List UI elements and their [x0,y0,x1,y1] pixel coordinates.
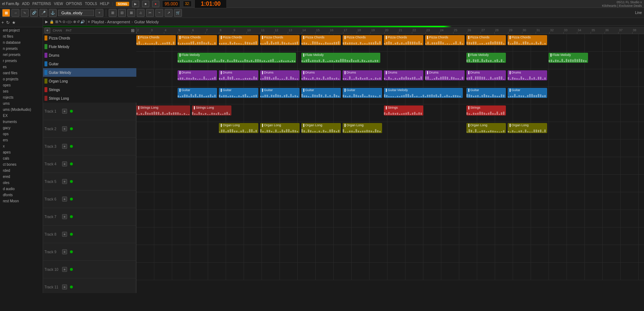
sidebar-item[interactable]: ers [0,137,43,143]
sidebar-item[interactable]: d audio [0,186,43,192]
clip-block[interactable]: ▐ Drums [466,70,506,80]
sidebar-item[interactable]: nel presets [0,52,43,58]
clip-block[interactable]: ▐ Pizza Chords [425,35,465,45]
clip-block[interactable]: ▐ Pizza Chords [136,35,176,45]
sidebar-item[interactable]: oard files [0,70,43,76]
ctrl-icon-1[interactable]: ⊞ [55,20,58,24]
clip-block[interactable]: ▐ Flute Melody [466,53,506,63]
sidebar-item[interactable]: r presets [0,58,43,64]
grid2-btn[interactable]: ⊟ [118,9,126,17]
menu-item-options[interactable]: OPTIONS [66,2,82,6]
clip-block[interactable]: ▐ Organ Long [301,123,341,133]
clip-block[interactable]: ▐ Guitar [301,88,341,98]
sidebar-item[interactable]: ums (ModeAudio) [0,107,43,113]
track-add-button[interactable]: + [62,214,67,219]
clip-block[interactable]: ▐ Organ Long [466,123,506,133]
track-add-button[interactable]: + [62,197,67,202]
clip-block[interactable]: ▐ Strings [466,105,506,116]
clip-block[interactable]: ▐ Organ Long [260,123,300,133]
arrow-right-btn[interactable]: → [11,9,19,17]
ctrl-icon-7[interactable]: ↺ [77,20,80,24]
pattern-item[interactable]: Strings [43,85,136,94]
clip-block[interactable]: ▐ Flute Melody [549,53,588,63]
track-mute-button[interactable] [70,215,73,218]
ctrl-icon-3[interactable]: ⊙ [62,20,65,24]
mixer-button[interactable]: ▦ [2,9,10,17]
link-btn[interactable]: 🔗 [30,9,38,17]
clip-block[interactable]: ▐ Guitar [219,88,258,98]
track-add-button[interactable]: + [62,232,67,237]
track-mute-button[interactable] [70,286,73,288]
sidebar-item[interactable]: o projects [0,76,43,82]
anchor-btn[interactable]: ⚓ [49,9,57,17]
sidebar-item[interactable]: EX [0,113,43,119]
clip-block[interactable]: ▐ Guitar [466,88,506,98]
menu-item-patterns[interactable]: PATTERNS [32,2,51,6]
wave-btn[interactable]: ~ [155,9,163,17]
track-mute-button[interactable] [70,180,73,183]
ctrl-icon-4[interactable]: ◁ [66,20,69,24]
ctrl-icon-6[interactable]: ⊕ [73,20,76,24]
clip-block[interactable]: ▐ Guitar [343,88,382,98]
record-button[interactable]: ● [152,1,159,7]
track-mute-button[interactable] [70,268,73,271]
clip-block[interactable]: ▐ Pizza Chords [260,35,300,45]
sidebar-item[interactable]: nt files [0,33,43,39]
clip-block[interactable]: ▐ Pizza Chords [384,35,423,45]
menu-item-add[interactable]: ADD [22,2,29,6]
song-button[interactable]: SONG [116,2,129,6]
clip-block[interactable]: ▐ Drums [219,70,258,80]
play-button[interactable]: ▶ [132,1,139,7]
menu-item-tools[interactable]: TOOLS [85,2,97,6]
pattern-item[interactable]: Guitar Melody [43,68,136,77]
clip-block[interactable]: ▐ Pizza Chords [178,35,217,45]
sidebar-icon-star[interactable]: ★ [12,20,16,25]
clip-block[interactable]: ▐ Guitar Melody [384,88,463,98]
piano-btn[interactable]: ♫ [137,9,145,17]
clip-block[interactable]: ▐ Drums [508,70,547,80]
play-small-btn[interactable]: ▶ [45,20,48,24]
grid-btn[interactable]: ⊞ [109,9,117,17]
sidebar-item[interactable]: ent project [0,27,43,33]
track-mute-button[interactable] [70,198,73,201]
track-mute-button[interactable] [70,127,73,130]
sidebar-item[interactable]: ops [0,131,43,137]
sidebar-item[interactable]: ered [0,174,43,180]
pattern-item[interactable]: Pizza Chords [43,34,136,42]
breadcrumb-part1[interactable]: Playlist - Arrangement [91,20,130,24]
track-add-button[interactable]: + [62,249,67,254]
sidebar-item[interactable]: x [0,143,43,149]
track-add-button[interactable]: + [62,284,67,289]
clip-block[interactable]: ▐ Drums [301,70,341,80]
pattern-item[interactable]: Drums [43,51,136,60]
sidebar-icon-refresh[interactable]: ↻ [6,20,10,25]
lock-btn[interactable]: 🔒 [50,20,54,24]
track-add-button[interactable]: + [62,161,67,166]
instrument-display[interactable]: Guita..elody [58,10,94,16]
pattern-item[interactable]: Strings Long [43,94,136,103]
sidebar-item[interactable]: cals [0,155,43,161]
track-add-button[interactable]: + [62,267,67,272]
track-add-button[interactable]: + [62,109,67,114]
clip-block[interactable]: ▐ Guitar [178,88,217,98]
track-add-button[interactable]: + [62,144,67,149]
bpm-display[interactable]: 95.000 [162,0,180,8]
arrow2-btn[interactable]: ↗ [165,9,173,17]
scissors-btn[interactable]: ✂ [146,9,154,17]
playlist-icon[interactable]: ≡ [88,20,90,24]
cart-btn[interactable]: 🛒 [174,9,182,17]
clip-block[interactable]: ▐ Drums [178,70,217,80]
track-mute-button[interactable] [70,162,73,165]
sidebar-item[interactable]: opes [0,82,43,88]
pattern-item[interactable]: Organ Long [43,77,136,85]
sidebar-icon-add[interactable]: + [1,20,4,25]
track-mute-button[interactable] [70,250,73,253]
menu-item-help[interactable]: HELP [100,2,109,6]
track-mute-button[interactable] [70,110,73,113]
ctrl-icon-5[interactable]: ▷ [70,20,72,24]
track-add-button[interactable]: + [62,126,67,131]
clip-block[interactable]: ▐ Organ Long [343,123,382,133]
breadcrumb-part2[interactable]: Guitar Melody [134,20,159,24]
pattern-item[interactable]: Flute Melody [43,42,136,51]
sidebar-item[interactable]: ums [0,100,43,107]
